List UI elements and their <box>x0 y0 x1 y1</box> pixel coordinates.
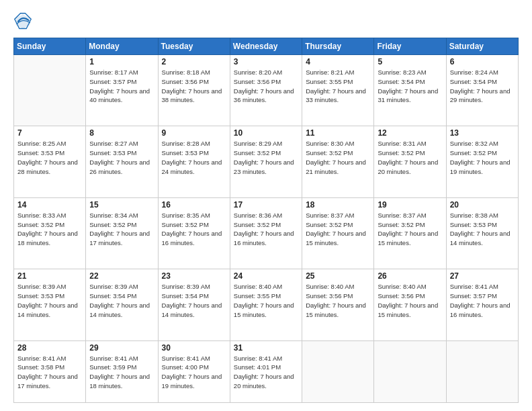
day-info: Sunrise: 8:28 AMSunset: 3:53 PMDaylight:… <box>162 139 226 176</box>
day-info: Sunrise: 8:21 AMSunset: 3:55 PMDaylight:… <box>306 68 370 105</box>
day-info: Sunrise: 8:41 AMSunset: 4:00 PMDaylight:… <box>162 354 226 391</box>
day-info: Sunrise: 8:35 AMSunset: 3:52 PMDaylight:… <box>162 211 226 248</box>
day-number: 22 <box>89 271 154 281</box>
day-info: Sunrise: 8:33 AMSunset: 3:52 PMDaylight:… <box>17 211 82 248</box>
day-number: 5 <box>378 57 442 66</box>
day-info: Sunrise: 8:31 AMSunset: 3:52 PMDaylight:… <box>378 139 442 176</box>
day-info: Sunrise: 8:41 AMSunset: 4:01 PMDaylight:… <box>234 354 298 391</box>
day-info: Sunrise: 8:41 AMSunset: 3:57 PMDaylight:… <box>450 282 515 319</box>
day-cell: 9Sunrise: 8:28 AMSunset: 3:53 PMDaylight… <box>158 126 230 197</box>
day-info: Sunrise: 8:27 AMSunset: 3:53 PMDaylight:… <box>89 139 154 176</box>
day-number: 19 <box>378 200 442 210</box>
day-cell: 13Sunrise: 8:32 AMSunset: 3:52 PMDayligh… <box>446 126 518 197</box>
day-info: Sunrise: 8:41 AMSunset: 3:58 PMDaylight:… <box>17 354 82 391</box>
day-number: 12 <box>378 128 442 138</box>
day-info: Sunrise: 8:37 AMSunset: 3:52 PMDaylight:… <box>378 211 442 248</box>
day-cell: 7Sunrise: 8:25 AMSunset: 3:53 PMDaylight… <box>14 126 86 197</box>
day-cell: 6Sunrise: 8:24 AMSunset: 3:54 PMDaylight… <box>446 55 518 126</box>
day-info: Sunrise: 8:18 AMSunset: 3:56 PMDaylight:… <box>162 68 226 105</box>
day-info: Sunrise: 8:24 AMSunset: 3:54 PMDaylight:… <box>450 68 515 105</box>
day-cell: 19Sunrise: 8:37 AMSunset: 3:52 PMDayligh… <box>374 197 446 269</box>
calendar-table: Sunday Monday Tuesday Wednesday Thursday… <box>13 38 519 403</box>
day-cell: 24Sunrise: 8:40 AMSunset: 3:55 PMDayligh… <box>230 269 302 340</box>
day-cell: 29Sunrise: 8:41 AMSunset: 3:59 PMDayligh… <box>86 340 158 402</box>
day-info: Sunrise: 8:34 AMSunset: 3:52 PMDaylight:… <box>89 211 154 248</box>
day-number: 4 <box>306 57 370 66</box>
day-number: 3 <box>234 57 298 66</box>
day-number: 11 <box>306 128 370 138</box>
day-cell: 27Sunrise: 8:41 AMSunset: 3:57 PMDayligh… <box>446 269 518 340</box>
week-row-4: 28Sunrise: 8:41 AMSunset: 3:58 PMDayligh… <box>14 340 519 402</box>
day-cell: 21Sunrise: 8:39 AMSunset: 3:53 PMDayligh… <box>14 269 86 340</box>
day-number: 24 <box>234 271 298 281</box>
day-number: 20 <box>450 200 515 210</box>
day-info: Sunrise: 8:32 AMSunset: 3:52 PMDaylight:… <box>450 139 515 176</box>
day-info: Sunrise: 8:37 AMSunset: 3:52 PMDaylight:… <box>306 211 370 248</box>
col-tuesday: Tuesday <box>158 38 230 55</box>
day-number: 14 <box>17 200 82 210</box>
day-number: 18 <box>306 200 370 210</box>
header <box>13 12 519 31</box>
day-info: Sunrise: 8:39 AMSunset: 3:54 PMDaylight:… <box>89 282 154 319</box>
day-info: Sunrise: 8:29 AMSunset: 3:52 PMDaylight:… <box>234 139 298 176</box>
day-number: 28 <box>17 343 82 353</box>
day-info: Sunrise: 8:30 AMSunset: 3:52 PMDaylight:… <box>306 139 370 176</box>
day-cell: 15Sunrise: 8:34 AMSunset: 3:52 PMDayligh… <box>86 197 158 269</box>
col-wednesday: Wednesday <box>230 38 302 55</box>
day-info: Sunrise: 8:39 AMSunset: 3:54 PMDaylight:… <box>162 282 226 319</box>
day-cell: 26Sunrise: 8:40 AMSunset: 3:56 PMDayligh… <box>374 269 446 340</box>
day-cell <box>374 340 446 402</box>
day-info: Sunrise: 8:39 AMSunset: 3:53 PMDaylight:… <box>17 282 82 319</box>
day-info: Sunrise: 8:20 AMSunset: 3:56 PMDaylight:… <box>234 68 298 105</box>
day-info: Sunrise: 8:36 AMSunset: 3:52 PMDaylight:… <box>234 211 298 248</box>
day-number: 2 <box>162 57 226 66</box>
day-info: Sunrise: 8:40 AMSunset: 3:55 PMDaylight:… <box>234 282 298 319</box>
day-number: 9 <box>162 128 226 138</box>
day-cell: 1Sunrise: 8:17 AMSunset: 3:57 PMDaylight… <box>86 55 158 126</box>
week-row-1: 7Sunrise: 8:25 AMSunset: 3:53 PMDaylight… <box>14 126 519 197</box>
day-number: 21 <box>17 271 82 281</box>
calendar-header-row: Sunday Monday Tuesday Wednesday Thursday… <box>14 38 519 55</box>
day-number: 10 <box>234 128 298 138</box>
day-number: 27 <box>450 271 515 281</box>
day-cell: 4Sunrise: 8:21 AMSunset: 3:55 PMDaylight… <box>302 55 374 126</box>
day-info: Sunrise: 8:40 AMSunset: 3:56 PMDaylight:… <box>306 282 370 319</box>
day-info: Sunrise: 8:40 AMSunset: 3:56 PMDaylight:… <box>378 282 442 319</box>
day-cell: 25Sunrise: 8:40 AMSunset: 3:56 PMDayligh… <box>302 269 374 340</box>
day-cell: 20Sunrise: 8:38 AMSunset: 3:53 PMDayligh… <box>446 197 518 269</box>
logo <box>13 12 35 31</box>
day-number: 7 <box>17 128 82 138</box>
day-cell: 22Sunrise: 8:39 AMSunset: 3:54 PMDayligh… <box>86 269 158 340</box>
day-cell: 28Sunrise: 8:41 AMSunset: 3:58 PMDayligh… <box>14 340 86 402</box>
week-row-3: 21Sunrise: 8:39 AMSunset: 3:53 PMDayligh… <box>14 269 519 340</box>
logo-icon <box>13 12 32 31</box>
day-cell: 18Sunrise: 8:37 AMSunset: 3:52 PMDayligh… <box>302 197 374 269</box>
day-info: Sunrise: 8:25 AMSunset: 3:53 PMDaylight:… <box>17 139 82 176</box>
day-cell: 8Sunrise: 8:27 AMSunset: 3:53 PMDaylight… <box>86 126 158 197</box>
day-number: 25 <box>306 271 370 281</box>
day-cell: 16Sunrise: 8:35 AMSunset: 3:52 PMDayligh… <box>158 197 230 269</box>
day-cell: 17Sunrise: 8:36 AMSunset: 3:52 PMDayligh… <box>230 197 302 269</box>
page: Sunday Monday Tuesday Wednesday Thursday… <box>0 0 532 411</box>
col-thursday: Thursday <box>302 38 374 55</box>
day-cell: 23Sunrise: 8:39 AMSunset: 3:54 PMDayligh… <box>158 269 230 340</box>
day-cell: 10Sunrise: 8:29 AMSunset: 3:52 PMDayligh… <box>230 126 302 197</box>
col-sunday: Sunday <box>14 38 86 55</box>
day-number: 8 <box>89 128 154 138</box>
day-number: 6 <box>450 57 515 66</box>
day-number: 31 <box>234 343 298 353</box>
week-row-2: 14Sunrise: 8:33 AMSunset: 3:52 PMDayligh… <box>14 197 519 269</box>
day-info: Sunrise: 8:23 AMSunset: 3:54 PMDaylight:… <box>378 68 442 105</box>
day-info: Sunrise: 8:17 AMSunset: 3:57 PMDaylight:… <box>89 68 154 105</box>
day-cell <box>302 340 374 402</box>
col-friday: Friday <box>374 38 446 55</box>
day-number: 1 <box>89 57 154 66</box>
day-number: 13 <box>450 128 515 138</box>
day-number: 15 <box>89 200 154 210</box>
day-cell: 11Sunrise: 8:30 AMSunset: 3:52 PMDayligh… <box>302 126 374 197</box>
day-number: 16 <box>162 200 226 210</box>
week-row-0: 1Sunrise: 8:17 AMSunset: 3:57 PMDaylight… <box>14 55 519 126</box>
day-info: Sunrise: 8:38 AMSunset: 3:53 PMDaylight:… <box>450 211 515 248</box>
day-cell: 30Sunrise: 8:41 AMSunset: 4:00 PMDayligh… <box>158 340 230 402</box>
day-number: 26 <box>378 271 442 281</box>
